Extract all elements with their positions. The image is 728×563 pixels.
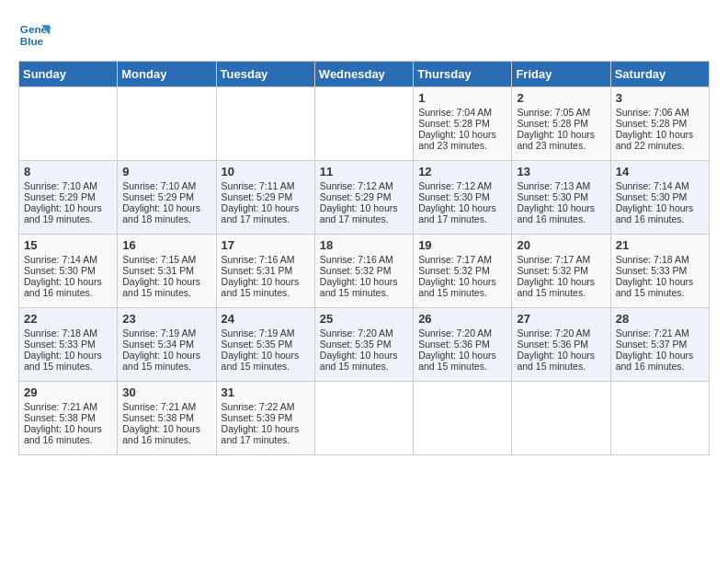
daylight-text: Daylight: 10 hours and 15 minutes. <box>222 276 310 298</box>
sunset-text: Sunset: 5:32 PM <box>418 265 506 276</box>
sunset-text: Sunset: 5:32 PM <box>320 265 408 276</box>
sunset-text: Sunset: 5:30 PM <box>24 265 112 276</box>
page-header: General Blue <box>18 18 710 52</box>
sunrise-text: Sunrise: 7:20 AM <box>517 327 605 339</box>
calendar-cell: 13Sunrise: 7:13 AMSunset: 5:30 PMDayligh… <box>512 161 610 235</box>
daylight-text: Daylight: 10 hours and 16 minutes. <box>24 423 112 445</box>
sunrise-text: Sunrise: 7:18 AM <box>616 254 704 265</box>
sunset-text: Sunset: 5:36 PM <box>418 339 506 350</box>
calendar-cell: 3Sunrise: 7:06 AMSunset: 5:28 PMDaylight… <box>610 87 709 161</box>
calendar-cell: 18Sunrise: 7:16 AMSunset: 5:32 PMDayligh… <box>314 235 413 308</box>
day-number: 25 <box>320 312 408 326</box>
calendar-cell: 16Sunrise: 7:15 AMSunset: 5:31 PMDayligh… <box>118 235 216 308</box>
calendar-cell: 23Sunrise: 7:19 AMSunset: 5:34 PMDayligh… <box>118 308 216 382</box>
calendar-cell: 22Sunrise: 7:18 AMSunset: 5:33 PMDayligh… <box>19 308 118 382</box>
calendar-cell <box>216 87 314 161</box>
calendar-cell: 10Sunrise: 7:11 AMSunset: 5:29 PMDayligh… <box>216 161 314 235</box>
calendar-cell: 24Sunrise: 7:19 AMSunset: 5:35 PMDayligh… <box>216 308 314 382</box>
sunrise-text: Sunrise: 7:05 AM <box>517 107 605 118</box>
calendar-cell <box>414 382 512 455</box>
daylight-text: Daylight: 10 hours and 17 minutes. <box>222 423 310 445</box>
sunrise-text: Sunrise: 7:04 AM <box>418 107 506 118</box>
calendar-cell: 2Sunrise: 7:05 AMSunset: 5:28 PMDaylight… <box>512 87 610 161</box>
calendar-header-cell: Wednesday <box>314 62 413 87</box>
sunrise-text: Sunrise: 7:12 AM <box>418 180 506 191</box>
sunrise-text: Sunrise: 7:14 AM <box>616 180 704 191</box>
day-number: 15 <box>24 238 112 252</box>
calendar-cell: 29Sunrise: 7:21 AMSunset: 5:38 PMDayligh… <box>19 382 118 455</box>
calendar-cell: 12Sunrise: 7:12 AMSunset: 5:30 PMDayligh… <box>414 161 512 235</box>
calendar-cell: 14Sunrise: 7:14 AMSunset: 5:30 PMDayligh… <box>610 161 709 235</box>
calendar-body: 1Sunrise: 7:04 AMSunset: 5:28 PMDaylight… <box>19 87 710 455</box>
sunset-text: Sunset: 5:31 PM <box>222 265 310 276</box>
sunset-text: Sunset: 5:28 PM <box>517 118 605 129</box>
day-number: 29 <box>24 385 112 399</box>
daylight-text: Daylight: 10 hours and 16 minutes. <box>616 202 704 224</box>
sunrise-text: Sunrise: 7:06 AM <box>616 107 704 118</box>
sunset-text: Sunset: 5:35 PM <box>320 339 408 350</box>
calendar-cell: 25Sunrise: 7:20 AMSunset: 5:35 PMDayligh… <box>314 308 413 382</box>
sunset-text: Sunset: 5:29 PM <box>122 191 210 202</box>
logo: General Blue <box>18 18 51 52</box>
sunset-text: Sunset: 5:30 PM <box>616 191 704 202</box>
sunrise-text: Sunrise: 7:12 AM <box>320 180 408 191</box>
calendar-cell: 27Sunrise: 7:20 AMSunset: 5:36 PMDayligh… <box>512 308 610 382</box>
day-number: 23 <box>122 312 210 326</box>
sunset-text: Sunset: 5:29 PM <box>24 191 112 202</box>
sunset-text: Sunset: 5:30 PM <box>517 191 605 202</box>
day-number: 2 <box>517 91 605 105</box>
sunset-text: Sunset: 5:28 PM <box>616 118 704 129</box>
daylight-text: Daylight: 10 hours and 15 minutes. <box>222 350 310 372</box>
sunrise-text: Sunrise: 7:10 AM <box>24 180 112 191</box>
sunrise-text: Sunrise: 7:14 AM <box>24 254 112 265</box>
day-number: 24 <box>222 312 310 326</box>
calendar-header-cell: Sunday <box>19 62 118 87</box>
sunrise-text: Sunrise: 7:21 AM <box>122 401 210 412</box>
sunrise-text: Sunrise: 7:22 AM <box>222 401 310 412</box>
calendar-table: SundayMondayTuesdayWednesdayThursdayFrid… <box>18 61 710 455</box>
day-number: 11 <box>320 165 408 178</box>
sunrise-text: Sunrise: 7:19 AM <box>222 327 310 339</box>
sunset-text: Sunset: 5:35 PM <box>222 339 310 350</box>
daylight-text: Daylight: 10 hours and 23 minutes. <box>418 129 506 151</box>
calendar-cell: 20Sunrise: 7:17 AMSunset: 5:32 PMDayligh… <box>512 235 610 308</box>
daylight-text: Daylight: 10 hours and 22 minutes. <box>616 129 704 151</box>
day-number: 16 <box>122 238 210 252</box>
calendar-cell: 30Sunrise: 7:21 AMSunset: 5:38 PMDayligh… <box>118 382 216 455</box>
calendar-header-cell: Tuesday <box>216 62 314 87</box>
sunset-text: Sunset: 5:32 PM <box>517 265 605 276</box>
daylight-text: Daylight: 10 hours and 18 minutes. <box>122 202 210 224</box>
day-number: 30 <box>122 385 210 399</box>
calendar-cell: 1Sunrise: 7:04 AMSunset: 5:28 PMDaylight… <box>414 87 512 161</box>
calendar-cell <box>512 382 610 455</box>
daylight-text: Daylight: 10 hours and 17 minutes. <box>222 202 310 224</box>
daylight-text: Daylight: 10 hours and 15 minutes. <box>320 350 408 372</box>
calendar-cell: 11Sunrise: 7:12 AMSunset: 5:29 PMDayligh… <box>314 161 413 235</box>
daylight-text: Daylight: 10 hours and 17 minutes. <box>320 202 408 224</box>
day-number: 28 <box>616 312 704 326</box>
daylight-text: Daylight: 10 hours and 15 minutes. <box>320 276 408 298</box>
calendar-cell: 17Sunrise: 7:16 AMSunset: 5:31 PMDayligh… <box>216 235 314 308</box>
sunset-text: Sunset: 5:37 PM <box>616 339 704 350</box>
svg-text:Blue: Blue <box>20 35 44 47</box>
sunset-text: Sunset: 5:31 PM <box>122 265 210 276</box>
sunset-text: Sunset: 5:36 PM <box>517 339 605 350</box>
daylight-text: Daylight: 10 hours and 15 minutes. <box>418 276 506 298</box>
calendar-header-cell: Thursday <box>414 62 512 87</box>
day-number: 19 <box>418 238 506 252</box>
day-number: 9 <box>122 165 210 178</box>
sunrise-text: Sunrise: 7:20 AM <box>418 327 506 339</box>
sunset-text: Sunset: 5:34 PM <box>122 339 210 350</box>
daylight-text: Daylight: 10 hours and 16 minutes. <box>517 202 605 224</box>
calendar-cell: 19Sunrise: 7:17 AMSunset: 5:32 PMDayligh… <box>414 235 512 308</box>
daylight-text: Daylight: 10 hours and 15 minutes. <box>517 350 605 372</box>
day-number: 1 <box>418 91 506 105</box>
day-number: 10 <box>222 165 310 178</box>
sunset-text: Sunset: 5:39 PM <box>222 412 310 423</box>
calendar-cell <box>314 87 413 161</box>
sunrise-text: Sunrise: 7:21 AM <box>616 327 704 339</box>
daylight-text: Daylight: 10 hours and 17 minutes. <box>418 202 506 224</box>
calendar-cell <box>118 87 216 161</box>
day-number: 20 <box>517 238 605 252</box>
sunrise-text: Sunrise: 7:17 AM <box>517 254 605 265</box>
